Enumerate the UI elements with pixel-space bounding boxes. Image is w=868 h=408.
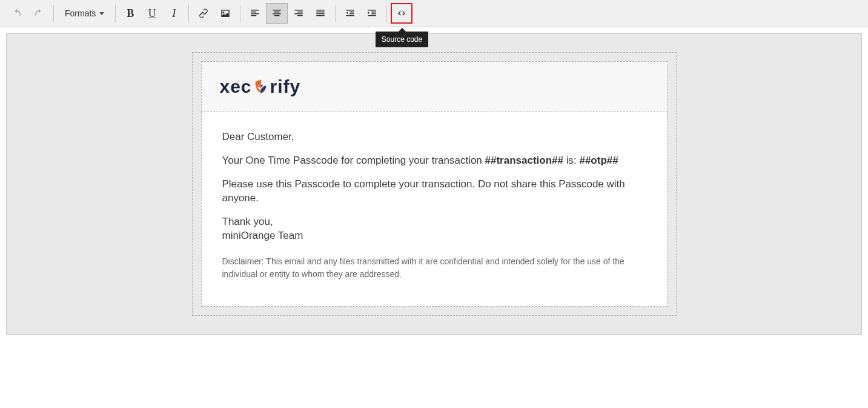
align-justify-button[interactable]: [310, 3, 331, 24]
email-body: Dear Customer, Your One Time Passcode fo…: [201, 112, 668, 307]
formats-label: Formats: [65, 8, 96, 18]
align-left-button[interactable]: [244, 3, 266, 24]
image-button[interactable]: [214, 3, 236, 24]
disclaimer: Disclaimer: This email and any files tra…: [222, 255, 646, 281]
brand-text-left: xec: [220, 76, 252, 97]
align-right-button[interactable]: [288, 3, 310, 24]
link-icon: [198, 8, 209, 19]
code-icon: [396, 8, 407, 19]
email-template: xec rify: [192, 52, 677, 316]
editor-toolbar: Formats B U I: [0, 0, 868, 27]
align-center-button[interactable]: [266, 3, 288, 24]
image-icon: [220, 8, 231, 19]
outdent-icon: [345, 8, 356, 19]
thanks-line-1: Thank you,: [222, 215, 646, 229]
source-code-button[interactable]: [391, 3, 412, 24]
formats-dropdown[interactable]: Formats: [58, 3, 111, 24]
underline-button[interactable]: U: [141, 3, 163, 24]
indent-icon: [366, 8, 377, 19]
outdent-button[interactable]: [339, 3, 361, 24]
brand-text-right: rify: [270, 76, 301, 97]
bold-button[interactable]: B: [119, 3, 141, 24]
otp-line: Your One Time Passcode for completing yo…: [222, 154, 646, 168]
link-button[interactable]: [193, 3, 214, 24]
align-right-icon: [293, 8, 304, 19]
undo-button[interactable]: [6, 3, 28, 24]
italic-button[interactable]: I: [163, 3, 185, 24]
chevron-down-icon: [99, 12, 104, 15]
brand-logo: xec rify: [220, 76, 649, 97]
editor-content-area[interactable]: xec rify: [6, 33, 862, 335]
tooltip: Source code: [376, 32, 428, 47]
thanks-line-2: miniOrange Team: [222, 229, 646, 243]
tooltip-text: Source code: [382, 35, 422, 44]
instruction-line: Please use this Passcode to complete you…: [222, 178, 646, 206]
undo-icon: [12, 8, 22, 19]
redo-button[interactable]: [28, 3, 50, 24]
align-center-icon: [271, 8, 282, 19]
align-left-icon: [250, 8, 260, 19]
greeting: Dear Customer,: [222, 130, 646, 144]
email-header: xec rify: [201, 61, 668, 112]
shield-icon: [253, 78, 270, 95]
redo-icon: [33, 8, 44, 19]
align-justify-icon: [315, 8, 326, 19]
indent-button[interactable]: [361, 3, 383, 24]
